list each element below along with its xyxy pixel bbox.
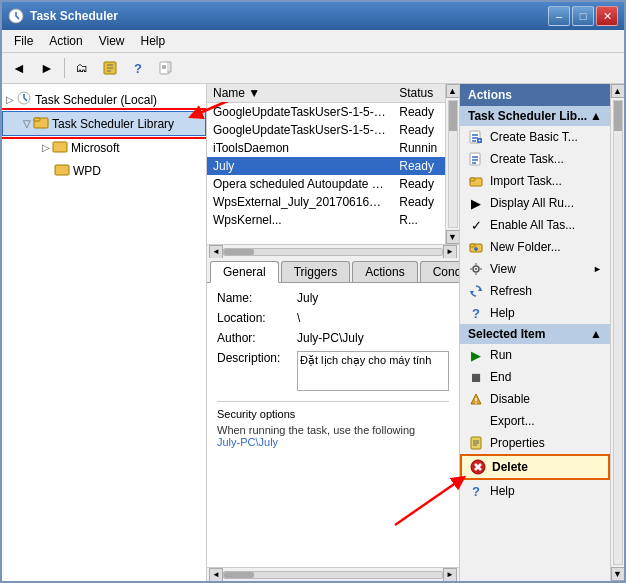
action-view[interactable]: View ► bbox=[460, 258, 610, 280]
view-icon bbox=[468, 261, 484, 277]
actions-scroll-up[interactable]: ▲ bbox=[611, 84, 625, 98]
window-title: Task Scheduler bbox=[30, 9, 548, 23]
tab-triggers[interactable]: Triggers bbox=[281, 261, 351, 282]
detail-hscroll-track[interactable] bbox=[223, 571, 443, 579]
middle-pane: Name ▼ Status GoogleUpdateTaskUserS-1-5-… bbox=[207, 84, 459, 581]
tree-wpd[interactable]: WPD bbox=[2, 159, 206, 182]
task-row[interactable]: GoogleUpdateTaskUserS-1-5-2...Ready bbox=[207, 103, 445, 122]
properties-button[interactable] bbox=[97, 56, 123, 80]
actions-scroll-down[interactable]: ▼ bbox=[611, 567, 625, 581]
action-import-task[interactable]: Import Task... bbox=[460, 170, 610, 192]
actions-scrollbar[interactable]: ▲ ▼ bbox=[610, 84, 624, 581]
close-button[interactable]: ✕ bbox=[596, 6, 618, 26]
section-1-label: Task Scheduler Lib... bbox=[468, 109, 587, 123]
tab-content: Name: July Location: \ Author: July-PC\J… bbox=[207, 283, 459, 567]
action-export[interactable]: Export... bbox=[460, 410, 610, 432]
task-name-cell: GoogleUpdateTaskUserS-1-5-2... bbox=[207, 103, 393, 122]
action-create-task[interactable]: Create Task... bbox=[460, 148, 610, 170]
task-table: Name ▼ Status GoogleUpdateTaskUserS-1-5-… bbox=[207, 84, 445, 229]
task-row[interactable]: iToolsDaemonRunnin bbox=[207, 139, 445, 157]
col-status[interactable]: Status bbox=[393, 84, 445, 103]
microsoft-label: Microsoft bbox=[71, 141, 120, 155]
folder-button[interactable]: 🗂 bbox=[69, 56, 95, 80]
actions-scroll-track[interactable] bbox=[613, 100, 623, 565]
action-run[interactable]: ▶ Run bbox=[460, 344, 610, 366]
tree-library[interactable]: ▽ Task Scheduler Library bbox=[2, 111, 206, 136]
maximize-button[interactable]: □ bbox=[572, 6, 594, 26]
scroll-down[interactable]: ▼ bbox=[446, 230, 460, 244]
help-button[interactable]: ? bbox=[125, 56, 151, 80]
tree-microsoft[interactable]: ▷ Microsoft bbox=[2, 136, 206, 159]
task-name-cell: GoogleUpdateTaskUserS-1-5-2... bbox=[207, 121, 393, 139]
delete-label: Delete bbox=[492, 460, 528, 474]
library-expand-icon: ▽ bbox=[23, 118, 31, 129]
actions-scroll-thumb bbox=[614, 101, 622, 131]
action-enable-all[interactable]: ✓ Enable All Tas... bbox=[460, 214, 610, 236]
section-2-arrow: ▲ bbox=[590, 327, 602, 341]
help-1-label: Help bbox=[490, 306, 515, 320]
create-basic-icon bbox=[468, 129, 484, 145]
action-create-basic[interactable]: Create Basic T... bbox=[460, 126, 610, 148]
security-text: When running the task, use the following bbox=[217, 424, 449, 436]
hscroll-thumb bbox=[224, 249, 254, 255]
library-label: Task Scheduler Library bbox=[52, 117, 174, 131]
task-row[interactable]: JulyReady bbox=[207, 157, 445, 175]
action-new-folder[interactable]: New Folder... bbox=[460, 236, 610, 258]
task-row[interactable]: WpsKernel...R... bbox=[207, 211, 445, 229]
action-display-all[interactable]: ▶ Display All Ru... bbox=[460, 192, 610, 214]
task-row[interactable]: GoogleUpdateTaskUserS-1-5-2...Ready bbox=[207, 121, 445, 139]
name-value: July bbox=[297, 291, 449, 305]
menu-file[interactable]: File bbox=[6, 32, 41, 50]
back-button[interactable]: ◄ bbox=[6, 56, 32, 80]
scroll-up[interactable]: ▲ bbox=[446, 84, 460, 98]
right-pane-inner: Actions Task Scheduler Lib... ▲ Create B… bbox=[460, 84, 624, 581]
hscroll-left[interactable]: ◄ bbox=[209, 245, 223, 259]
task-list-scrollbar[interactable]: ▲ ▼ bbox=[445, 84, 459, 244]
action-properties[interactable]: Properties bbox=[460, 432, 610, 454]
task-name-cell: Opera scheduled Autoupdate 1... bbox=[207, 175, 393, 193]
tab-general[interactable]: General bbox=[210, 261, 279, 283]
desc-textarea[interactable]: Đặt lịch chạy cho máy tính bbox=[297, 351, 449, 391]
expand-icon: ▷ bbox=[6, 94, 14, 105]
import-task-icon bbox=[468, 173, 484, 189]
menu-view[interactable]: View bbox=[91, 32, 133, 50]
menu-help[interactable]: Help bbox=[133, 32, 174, 50]
forward-button[interactable]: ► bbox=[34, 56, 60, 80]
menu-action[interactable]: Action bbox=[41, 32, 90, 50]
action-end[interactable]: ⏹ End bbox=[460, 366, 610, 388]
action-delete[interactable]: Delete bbox=[460, 454, 610, 480]
help-2-icon: ? bbox=[468, 483, 484, 499]
minimize-button[interactable]: – bbox=[548, 6, 570, 26]
tree-root-label: Task Scheduler (Local) bbox=[35, 93, 157, 107]
task-list-hscrollbar[interactable]: ◄ ► bbox=[207, 244, 459, 258]
tab-condition[interactable]: Condition bbox=[420, 261, 459, 282]
disable-label: Disable bbox=[490, 392, 530, 406]
view-label: View bbox=[490, 262, 516, 276]
hscroll-right[interactable]: ► bbox=[443, 245, 457, 259]
task-name-cell: WpsKernel... bbox=[207, 211, 393, 229]
scroll-track[interactable] bbox=[448, 100, 458, 228]
field-desc-row: Description: Đặt lịch chạy cho máy tính bbox=[217, 351, 449, 391]
tab-actions[interactable]: Actions bbox=[352, 261, 417, 282]
run-label: Run bbox=[490, 348, 512, 362]
section-2-label: Selected Item bbox=[468, 327, 545, 341]
task-row[interactable]: Opera scheduled Autoupdate 1...Ready bbox=[207, 175, 445, 193]
action-help-2[interactable]: ? Help bbox=[460, 480, 610, 502]
properties-icon bbox=[468, 435, 484, 451]
action-refresh[interactable]: Refresh bbox=[460, 280, 610, 302]
export-button[interactable] bbox=[153, 56, 179, 80]
col-name[interactable]: Name ▼ bbox=[207, 84, 393, 103]
hscroll-track[interactable] bbox=[223, 248, 443, 256]
task-row[interactable]: WpsExternal_July_20170616121221...Ready bbox=[207, 193, 445, 211]
detail-hscrollbar[interactable]: ◄ ► bbox=[207, 567, 459, 581]
section-1-arrow: ▲ bbox=[590, 109, 602, 123]
name-label: Name: bbox=[217, 291, 297, 305]
actions-section-2-header: Selected Item ▲ bbox=[460, 324, 610, 344]
action-disable[interactable]: Disable bbox=[460, 388, 610, 410]
author-value: July-PC\July bbox=[297, 331, 449, 345]
detail-hscroll-right[interactable]: ► bbox=[443, 568, 457, 582]
action-help-1[interactable]: ? Help bbox=[460, 302, 610, 324]
tree-root[interactable]: ▷ Task Scheduler (Local) bbox=[2, 88, 206, 111]
detail-hscroll-left[interactable]: ◄ bbox=[209, 568, 223, 582]
detail-hscroll-thumb bbox=[224, 572, 254, 578]
